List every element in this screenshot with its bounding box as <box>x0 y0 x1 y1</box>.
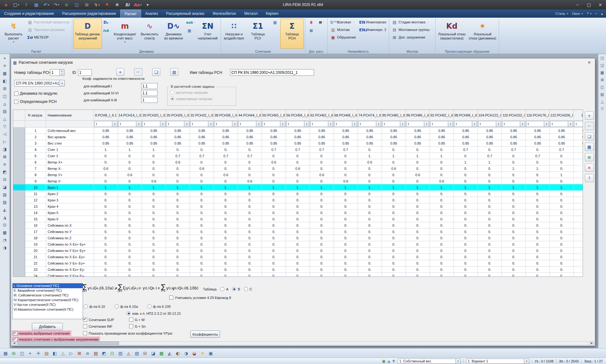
coefficient-cell[interactable]: 0. <box>358 178 382 184</box>
coefficient-cell[interactable]: 0. <box>574 235 583 241</box>
coefficient-cell[interactable]: 1. <box>550 172 574 178</box>
coefficient-cell[interactable]: 0. <box>358 248 382 254</box>
coefficient-cell[interactable]: 0.85 <box>406 140 430 146</box>
coefficient-cell[interactable]: 0.7 <box>502 146 526 153</box>
column-type-select[interactable]: I▾ <box>334 121 357 127</box>
coefficient-cell[interactable]: 0. <box>166 146 190 153</box>
coefficient-cell[interactable]: 0. <box>526 266 550 273</box>
coefficient-cell[interactable]: 1. <box>358 184 382 191</box>
coefficient-cell[interactable]: 0. <box>190 197 214 203</box>
coefficient-cell[interactable]: 0. <box>334 273 358 277</box>
eurocode-condition-checkbox[interactable]: Учитывать условие 4.29 Еврокод 8 <box>169 295 231 300</box>
chevron-down-icon[interactable]: ▾ <box>472 121 477 127</box>
coefficient-cell[interactable]: 0. <box>574 241 583 248</box>
coefficient-cell[interactable]: 0. <box>382 146 406 153</box>
coefficient-cell[interactable]: 0. <box>574 254 583 260</box>
coefficient-cell[interactable]: 0. <box>382 273 406 277</box>
coefficient-cell[interactable]: 0. <box>214 260 238 266</box>
coefficient-cell[interactable]: 0.85 <box>550 134 574 140</box>
coefficient-cell[interactable]: 0. <box>94 172 118 178</box>
coefficient-cell[interactable]: 0. <box>478 165 502 172</box>
combination-type-item[interactable]: IV.Характеристическое сочетание(II ПС) <box>13 298 83 302</box>
combinations-inf-checkbox[interactable]: Сочетания INF <box>83 324 112 328</box>
time-dynamics-button[interactable]: D∿Динамика во времени <box>162 19 185 49</box>
coefficient-cell[interactable]: 0. <box>550 216 574 222</box>
column-type-select[interactable]: I▾ <box>382 121 405 127</box>
coefficient-cell[interactable]: 0. <box>454 191 478 197</box>
coefficient-cell[interactable]: 0. <box>574 229 583 235</box>
coefficient-cell[interactable]: 0. <box>118 191 142 197</box>
coefficient-cell[interactable]: 0. <box>190 273 214 277</box>
coefficient-cell[interactable]: 0. <box>310 165 334 172</box>
coefficient-cell[interactable]: 0. <box>94 254 118 260</box>
row-gutter[interactable] <box>13 134 25 140</box>
coefficient-cell[interactable]: 0.85 <box>118 140 142 146</box>
coefficient-cell[interactable]: 0. <box>526 197 550 203</box>
right-toolbar-icon-4[interactable]: ⊞ <box>599 77 605 83</box>
coefficient-cell[interactable]: 0.85 <box>142 134 166 140</box>
row-gutter[interactable] <box>13 222 25 229</box>
coefficient-cell[interactable]: 0. <box>358 210 382 216</box>
coefficient-cell[interactable]: 0. <box>502 266 526 273</box>
view-cube-icon[interactable]: ▣ <box>382 359 385 363</box>
bottom-toolbar-icon-9[interactable]: ▷ <box>67 349 75 357</box>
bottom-toolbar-icon-17[interactable]: ▧ <box>133 349 141 357</box>
coefficient-cell[interactable]: 0.85 <box>262 140 286 146</box>
save-icon[interactable]: ▦ <box>32 1 41 9</box>
coefficient-cell[interactable]: 0. <box>406 235 430 241</box>
coefficient-cell[interactable]: 0. <box>334 241 358 248</box>
rel-row3-input[interactable] <box>141 97 157 103</box>
row-gutter[interactable] <box>13 153 25 159</box>
bottom-toolbar-icon-14[interactable]: ⊡ <box>108 349 116 357</box>
coefficient-cell[interactable]: 0. <box>430 229 454 235</box>
col-header-combination[interactable]: 104.РСН122_I <box>478 110 502 121</box>
coefficient-cell[interactable]: 0. <box>334 222 358 229</box>
coefficient-cell[interactable]: 0. <box>478 248 502 254</box>
coefficient-cell[interactable]: 0.7 <box>334 146 358 153</box>
coefficient-cell[interactable]: 0.85 <box>382 140 406 146</box>
coefficient-cell[interactable]: 0. <box>430 260 454 266</box>
col-header-combination[interactable]: 8.РСН8_I_6.1 <box>94 110 118 121</box>
left-toolbar-icon-12[interactable]: ▷ <box>1 138 9 145</box>
bottom-toolbar-icon-24[interactable]: ◒ <box>190 349 198 357</box>
lock-icon[interactable]: ✱ <box>112 1 122 9</box>
coefficient-cell[interactable]: 0. <box>262 266 286 273</box>
step-method-button[interactable]: SᵗᵉᵖШаговая▾ <box>329 19 357 26</box>
coefficient-cell[interactable]: 0. <box>406 191 430 197</box>
help-button[interactable]: ? <box>585 174 594 182</box>
coefficient-cell[interactable]: 1. <box>382 153 406 159</box>
coefficient-cell[interactable]: 0.6 <box>142 178 166 184</box>
coefficient-cell[interactable]: 0.85 <box>574 134 583 140</box>
coefficient-cell[interactable]: 0. <box>334 191 358 197</box>
coefficient-cell[interactable]: 0. <box>262 273 286 277</box>
left-toolbar-icon-7[interactable]: ◬ <box>1 100 9 107</box>
formula-610b-radio[interactable]: ф-ла 6.10б <box>147 304 171 308</box>
coefficient-cell[interactable]: 0.85 <box>478 128 502 134</box>
coefficient-cell[interactable]: 0. <box>406 229 430 235</box>
col-header-combination[interactable]: 128.Р <box>574 110 583 121</box>
coefficient-cell[interactable]: 0. <box>454 203 478 210</box>
coefficient-cell[interactable]: 1. <box>550 184 574 191</box>
coefficient-cell[interactable]: 0. <box>262 203 286 210</box>
table-row[interactable]: 13Кран 40.0.0.0.0.0.0.0.0.0.0.0.0.0.0.0.… <box>13 203 583 210</box>
coefficient-cell[interactable]: 0. <box>166 210 190 216</box>
left-toolbar-icon-10[interactable]: ▽ <box>1 123 9 130</box>
meteor-button[interactable]: ΣσМЕТЕОР <box>26 34 71 41</box>
coefficient-cell[interactable]: 0.85 <box>94 134 118 140</box>
coefficient-cell[interactable]: 0. <box>526 229 550 235</box>
coefficient-cell[interactable]: 0. <box>214 210 238 216</box>
coefficient-cell[interactable]: 0. <box>118 159 142 165</box>
stress-account-button[interactable]: ΣNУчет напряжений <box>196 19 219 49</box>
coefficient-cell[interactable]: 0. <box>526 146 550 153</box>
coefficient-cell[interactable]: 0.85 <box>358 128 382 134</box>
coefficient-cell[interactable]: 0.85 <box>574 140 583 146</box>
coefficient-cell[interactable]: 1. <box>502 165 526 172</box>
coefficient-cell[interactable]: 0. <box>238 191 262 197</box>
loads-actions-button[interactable]: ∷Нагрузки и воздействия <box>222 19 246 49</box>
coefficient-cell[interactable]: 0.85 <box>118 128 142 134</box>
left-toolbar-icon-2[interactable]: ✛ <box>1 62 9 69</box>
coefficient-cell[interactable]: 0. <box>214 273 238 277</box>
bottom-toolbar-icon-26[interactable]: ▣ <box>207 349 215 357</box>
coefficient-cell[interactable]: 0. <box>502 203 526 210</box>
scroll-left-icon[interactable]: ◀ <box>12 342 17 345</box>
